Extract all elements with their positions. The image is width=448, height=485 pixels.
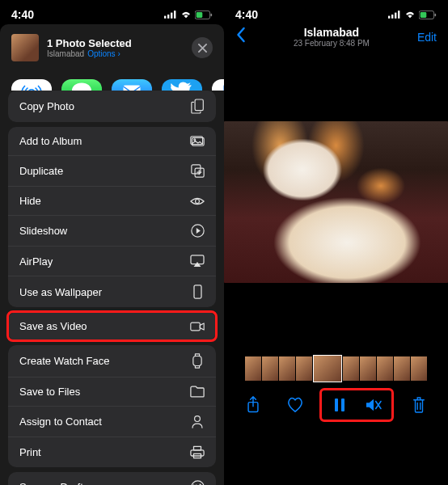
action-add-to-album[interactable]: Add to Album [8,127,216,156]
battery-icon [419,11,437,19]
svg-rect-1 [167,15,169,19]
action-airplay[interactable]: AirPlay [8,247,216,276]
action-group: Save as Video [8,312,216,340]
svg-rect-19 [194,285,201,298]
svg-rect-6 [210,13,212,15]
share-apps-row[interactable]: AirDropMessagesMailTwitterFa [0,71,224,91]
photo-image [224,121,448,283]
photo-datetime: 23 February 8:48 PM [294,39,370,48]
folder-icon [190,386,205,398]
share-sheet-header: 1 Photo Selected Islamabad Options › [0,24,224,71]
action-label: Create Watch Face [19,355,110,367]
share-sheet-subtitle: Islamabad [47,49,84,58]
status-indicators [388,11,437,19]
airplay-icon [190,255,205,268]
action-create-watch-face[interactable]: Create Watch Face [8,345,216,377]
play-circle-icon [190,224,205,238]
mute-button[interactable] [358,391,389,419]
thumbnail[interactable] [377,356,393,381]
svg-point-16 [196,199,200,203]
svg-rect-2 [171,13,172,19]
options-link[interactable]: Options › [87,49,120,58]
svg-rect-20 [191,323,200,331]
svg-rect-23 [194,446,201,450]
svg-rect-36 [341,399,344,411]
phone-right-photo-viewer: 4:40 Islamabad 23 February 8:48 PM Edit [224,0,448,485]
action-slideshow[interactable]: Slideshow [8,216,216,247]
action-assign-to-contact[interactable]: Assign to Contact [8,407,216,437]
more-icon [212,79,224,91]
svg-rect-30 [398,11,399,19]
cellular-icon [164,11,177,19]
printer-icon [190,445,205,459]
speaker-muted-icon [365,398,382,412]
chevron-left-icon [235,27,246,43]
favorite-button[interactable] [280,391,311,419]
status-time: 4:40 [11,8,34,21]
thumbnail-strip[interactable] [224,352,448,386]
bottom-toolbar [224,386,448,424]
wifi-icon [180,11,192,19]
heart-icon [286,397,304,413]
thumbnail[interactable] [394,356,410,381]
pause-icon [334,398,345,412]
thumbnail-selected[interactable] [313,355,342,382]
action-label: Save as Video [19,320,87,332]
delete-button[interactable] [404,391,434,419]
svg-point-13 [194,139,196,141]
edit-button[interactable]: Edit [417,31,437,44]
thumbnail[interactable] [296,356,312,381]
thumbnail[interactable] [245,356,261,381]
svg-point-26 [191,481,203,485]
share-icon [246,396,260,414]
header-thumbnail [11,34,39,61]
cellular-icon [388,11,401,19]
trash-icon [412,396,426,414]
share-button[interactable] [238,391,268,419]
status-time: 4:40 [235,8,258,21]
close-button[interactable] [192,37,213,58]
photo-header: Islamabad 23 February 8:48 PM Edit [224,24,448,53]
action-list: Copy PhotoAdd to AlbumDuplicateHideSlide… [0,91,224,485]
action-label: Slideshow [19,225,67,237]
action-copy-photo[interactable]: Copy Photo [8,91,216,122]
action-label: Hide [19,195,41,207]
copy-icon [190,99,205,114]
svg-rect-10 [195,99,203,111]
action-label: Print [19,446,41,458]
svg-rect-32 [421,12,427,18]
action-use-as-wallpaper[interactable]: Use as Wallpaper [8,276,216,307]
action-label: Use as Wallpaper [19,286,102,298]
wordpress-icon [190,480,205,485]
thumbnail[interactable] [411,356,427,381]
video-icon [190,321,205,332]
thumbnail[interactable] [262,356,278,381]
back-button[interactable] [235,27,246,48]
photo-viewport[interactable] [224,53,448,352]
wifi-icon [404,11,416,19]
action-label: Add to Album [19,135,82,147]
thumbnail[interactable] [279,356,295,381]
thumbnail[interactable] [343,356,359,381]
twitter-icon [162,79,202,91]
svg-rect-27 [388,16,390,19]
airdrop-icon [11,79,52,91]
action-save-as-draft[interactable]: Save as Draft [8,472,216,485]
photo-location: Islamabad [294,26,370,39]
status-bar: 4:40 [224,0,448,24]
share-sheet-title: 1 Photo Selected [47,37,184,49]
action-group: Copy Photo [8,91,216,122]
phone-rect-icon [190,285,205,299]
phone-left-share-sheet: 4:40 1 Photo Selected Islamabad Options … [0,0,224,485]
action-hide[interactable]: Hide [8,187,216,216]
action-label: AirPlay [19,255,53,268]
action-print[interactable]: Print [8,437,216,467]
duplicate-icon [190,164,205,178]
pause-button[interactable] [324,391,355,419]
action-label: Save as Draft [19,481,83,485]
action-save-to-files[interactable]: Save to Files [8,377,216,407]
action-duplicate[interactable]: Duplicate [8,156,216,187]
action-save-as-video[interactable]: Save as Video [8,312,216,340]
close-icon [198,44,207,53]
thumbnail[interactable] [360,356,376,381]
